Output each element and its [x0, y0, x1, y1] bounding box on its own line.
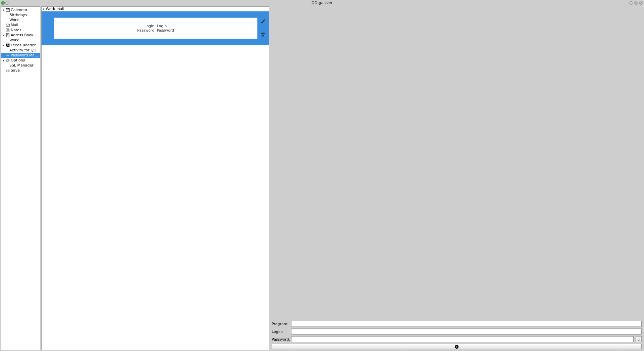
svg-point-17 [7, 59, 9, 61]
tree-item-work-cal[interactable]: Work [1, 17, 40, 23]
feed-icon [5, 43, 10, 48]
svg-point-12 [6, 46, 7, 46]
program-label: Program: [272, 322, 289, 326]
collapse-icon[interactable]: ▾ [43, 7, 45, 11]
form-row-login: Login: [272, 328, 642, 335]
app-body: ▾ Calendar Birthdays Work ▾ Mail ▾ Notes [0, 5, 644, 351]
entry-password-value: Password [157, 28, 174, 33]
tree-label: Adress Book [11, 33, 40, 37]
sidebar-tree[interactable]: ▾ Calendar Birthdays Work ▾ Mail ▾ Notes [1, 6, 40, 350]
login-input[interactable] [291, 328, 642, 335]
calendar-icon [5, 8, 10, 12]
right-spacer [270, 6, 643, 319]
tree-label: Activity for QO... [9, 48, 40, 52]
tree-label: Password Man... [11, 53, 40, 57]
key-icon [5, 53, 10, 58]
tree-item-work-addr[interactable]: Work [1, 38, 40, 43]
tree-label: Birthdays [9, 13, 40, 17]
tree-item-ssl-manager[interactable]: SSL Manager [1, 63, 40, 68]
notes-icon [5, 28, 10, 33]
entry-content: Login: Login Password: Password [54, 17, 258, 39]
svg-point-10 [7, 34, 8, 35]
entry-login-line: Login: Login [145, 24, 167, 28]
panel-body: Login: Login Password: Password [42, 11, 269, 350]
svg-line-22 [6, 59, 7, 60]
tree-label: Feeds Reader [11, 43, 40, 47]
entry-login-label: Login: [145, 24, 156, 28]
svg-line-25 [8, 59, 9, 60]
delete-button[interactable] [260, 32, 266, 38]
form-row-program: Program: [272, 321, 642, 327]
minimize-button[interactable]: ˅ [629, 1, 633, 5]
password-label: Password: [272, 337, 289, 342]
tree-label: Mail [11, 23, 40, 27]
titlebar-dot [5, 1, 9, 5]
svg-rect-2 [6, 8, 7, 9]
tree-item-save[interactable]: ▾ Save [1, 68, 40, 73]
tree-label: SSL Manager [9, 63, 40, 68]
tree-label: Work [9, 38, 40, 42]
tree-expand-icon[interactable]: ▾ [2, 59, 5, 62]
tree-label: Save [11, 68, 40, 73]
svg-line-23 [8, 61, 9, 62]
tree-expand-icon[interactable]: ▾ [2, 44, 5, 47]
svg-rect-0 [6, 8, 10, 11]
window-titlebar: QOrganizer ˅ ◇ × [0, 0, 644, 5]
password-entry[interactable]: Login: Login Password: Password [42, 11, 269, 45]
save-icon [5, 68, 10, 73]
tree-item-mail[interactable]: ▾ Mail [1, 23, 40, 28]
tree-item-password-manager[interactable]: ▾ Password Man... [1, 53, 40, 58]
svg-rect-3 [8, 8, 9, 9]
generate-password-button[interactable] [636, 336, 642, 342]
address-book-icon [5, 33, 10, 38]
tree-item-options[interactable]: ▾ Options [1, 58, 40, 63]
form-row-password: Password: [272, 336, 642, 342]
tree-label: Calendar [11, 8, 40, 12]
new-entry-form: Program: Login: Password: + [270, 319, 643, 350]
tree-item-activity-qo[interactable]: Activity for QO... [1, 48, 40, 53]
svg-line-24 [6, 61, 7, 62]
tree-item-notes[interactable]: ▾ Notes [1, 28, 40, 33]
tree-item-calendar[interactable]: ▾ Calendar [1, 7, 40, 12]
entry-password-line: Password: Password [137, 28, 174, 33]
entry-actions [260, 17, 266, 39]
login-label: Login: [272, 330, 289, 334]
svg-rect-33 [262, 33, 264, 34]
svg-point-13 [6, 54, 8, 56]
close-button[interactable]: × [639, 1, 643, 5]
right-panel: Program: Login: Password: + [270, 6, 643, 350]
panel-header[interactable]: ▾ Work mail [42, 7, 269, 11]
tree-expand-icon[interactable]: ▾ [2, 34, 5, 37]
mail-icon [5, 23, 10, 28]
tree-label: Work [9, 18, 40, 22]
entry-password-label: Password: [137, 28, 156, 33]
password-list-panel: ▾ Work mail Login: Login Password: Passw… [41, 6, 269, 350]
gear-icon [5, 58, 10, 63]
tree-item-birthdays[interactable]: Birthdays [1, 12, 40, 17]
maximize-button[interactable]: ◇ [634, 1, 638, 5]
app-title: QOrganizer [312, 1, 332, 5]
tree-item-address-book[interactable]: ▾ Adress Book [1, 33, 40, 38]
entry-login-value: Login [157, 24, 167, 28]
edit-button[interactable] [260, 19, 266, 24]
program-input[interactable] [291, 321, 642, 327]
svg-rect-26 [7, 69, 8, 70]
svg-rect-27 [7, 71, 9, 72]
add-entry-button[interactable]: + [272, 344, 642, 349]
password-input[interactable] [291, 336, 634, 342]
plus-icon: + [455, 345, 459, 349]
tree-label: Notes [11, 28, 40, 32]
tree-expand-icon[interactable]: ▾ [2, 8, 5, 12]
panel-title: Work mail [46, 7, 64, 11]
tree-label: Options [11, 58, 40, 62]
tree-item-feeds-reader[interactable]: ▾ Feeds Reader [1, 43, 40, 48]
app-icon [1, 1, 5, 5]
